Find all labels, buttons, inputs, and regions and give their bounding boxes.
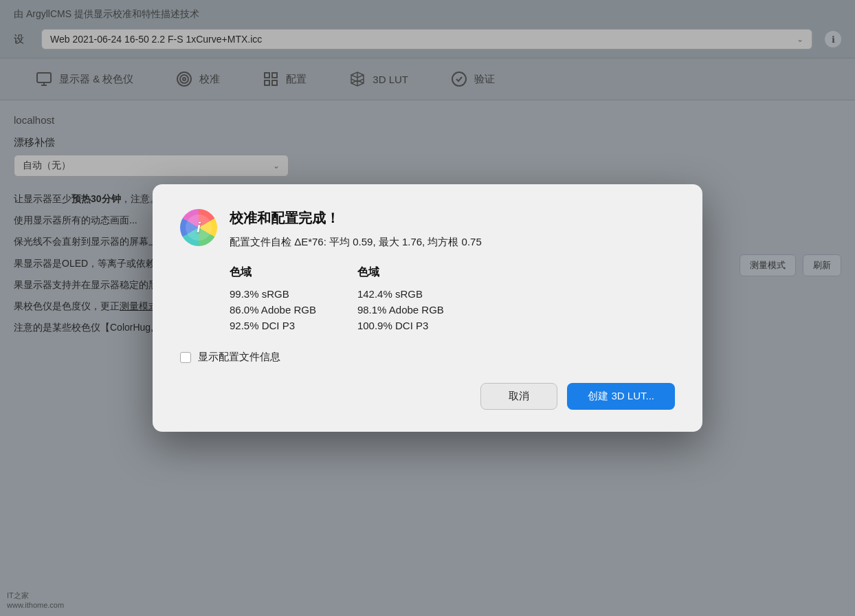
gamut-col2-row-3: 100.9% DCI P3 xyxy=(357,320,444,331)
dialog-header-text: 校准和配置完成！ 配置文件自检 ΔE*76: 平均 0.59, 最大 1.76,… xyxy=(230,209,482,249)
checkbox-row: 显示配置文件信息 xyxy=(180,351,675,364)
gamut-col1-row-2: 86.0% Adobe RGB xyxy=(230,304,316,316)
dialog-icon: i xyxy=(180,209,217,246)
gamut-col1-header: 色域 xyxy=(230,265,316,280)
gamut-col1-row-3: 92.5% DCI P3 xyxy=(230,320,316,331)
show-profile-info-checkbox[interactable] xyxy=(180,352,191,363)
gamut-col1-row-1: 99.3% sRGB xyxy=(230,288,316,300)
gamut-col-1: 色域 99.3% sRGB 86.0% Adobe RGB 92.5% DCI … xyxy=(230,265,316,331)
dialog-subtitle: 配置文件自检 ΔE*76: 平均 0.59, 最大 1.76, 均方根 0.75 xyxy=(230,236,482,249)
dialog-title: 校准和配置完成！ xyxy=(230,209,482,228)
dialog-buttons: 取消 创建 3D LUT... xyxy=(180,383,675,410)
gamut-col2-row-1: 142.4% sRGB xyxy=(357,288,444,300)
completion-dialog: i 校准和配置完成！ 配置文件自检 ΔE*76: 平均 0.59, 最大 1.7… xyxy=(153,184,702,432)
dialog-header: i 校准和配置完成！ 配置文件自检 ΔE*76: 平均 0.59, 最大 1.7… xyxy=(180,209,675,249)
gamut-col2-row-2: 98.1% Adobe RGB xyxy=(357,304,444,316)
create-3dlut-button[interactable]: 创建 3D LUT... xyxy=(567,383,675,410)
dialog-gamut: 色域 99.3% sRGB 86.0% Adobe RGB 92.5% DCI … xyxy=(230,265,675,331)
cancel-button[interactable]: 取消 xyxy=(480,383,557,410)
gamut-col-2: 色域 142.4% sRGB 98.1% Adobe RGB 100.9% DC… xyxy=(357,265,444,331)
info-letter-icon: i xyxy=(186,214,212,241)
gamut-col2-header: 色域 xyxy=(357,265,444,280)
checkbox-label: 显示配置文件信息 xyxy=(198,351,280,364)
